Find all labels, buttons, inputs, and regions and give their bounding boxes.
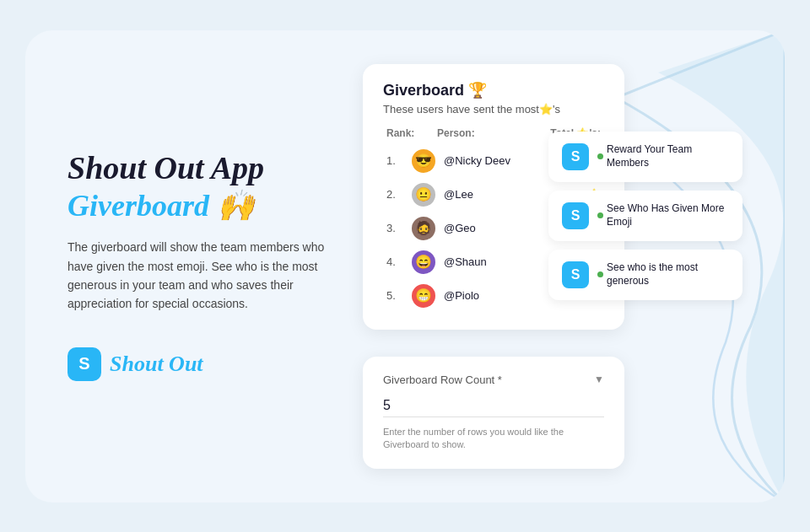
col-rank-person: Rank: Person: — [386, 127, 475, 139]
feature-card-1: S Reward Your Team Members — [548, 132, 742, 182]
feature-icon-3: S — [562, 261, 589, 288]
dropdown-arrow-icon[interactable]: ▼ — [594, 373, 604, 385]
description-text: The giverboard will show the team member… — [68, 238, 338, 314]
feature-card-3: S See who is the most generous — [548, 250, 742, 300]
giverboard-card-title: Giverboard 🏆 — [383, 81, 604, 99]
feature-text-2: See Who Has Given More Emoji — [607, 202, 729, 228]
feature-text-3: See who is the most generous — [607, 261, 729, 287]
giverboard-subtitle: Giverboard 🙌 — [68, 188, 338, 224]
feature-text-1: Reward Your Team Members — [607, 143, 729, 169]
input-card: Giverboard Row Count * ▼ 5 Enter the num… — [363, 357, 624, 469]
input-value[interactable]: 5 — [383, 395, 604, 417]
input-label: Giverboard Row Count * ▼ — [383, 373, 604, 386]
feature-cards: S Reward Your Team Members S See Who Has… — [548, 132, 742, 300]
avatar: 😁 — [412, 284, 435, 308]
app-title: Shout Out App — [68, 151, 338, 186]
green-dot-icon — [597, 212, 603, 218]
input-hint: Enter the number of rows you would like … — [383, 426, 604, 452]
logo-text: Shout Out — [110, 352, 203, 377]
avatar: 😎 — [412, 149, 435, 173]
avatar: 😄 — [412, 250, 435, 274]
feature-icon-1: S — [562, 143, 589, 170]
right-panel: Giverboard 🏆 These users have sent the m… — [338, 64, 742, 469]
logo-row: S Shout Out — [68, 347, 338, 381]
avatar: 😐 — [412, 183, 435, 207]
main-card: Shout Out App Giverboard 🙌 The giverboar… — [25, 30, 785, 502]
logo-icon: S — [68, 347, 101, 381]
feature-icon-2: S — [562, 202, 589, 229]
left-panel: Shout Out App Giverboard 🙌 The giverboar… — [68, 151, 338, 381]
green-dot-icon — [597, 153, 603, 159]
green-dot-icon — [597, 271, 603, 277]
feature-card-2: S See Who Has Given More Emoji — [548, 191, 742, 241]
avatar: 🧔 — [412, 217, 435, 240]
giverboard-card-subtitle: These users have sent the most⭐'s — [383, 103, 604, 116]
